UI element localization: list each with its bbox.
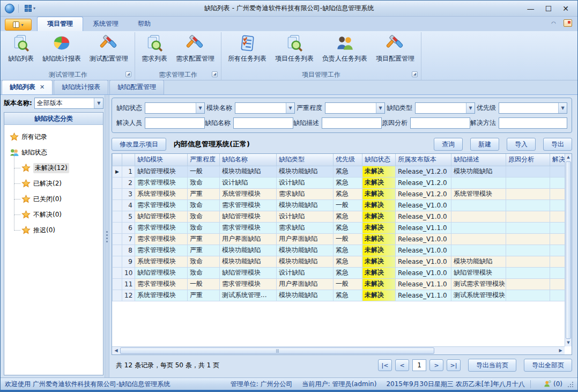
horizontal-scrollbar[interactable]: ◀ ▶: [112, 346, 565, 354]
vertical-scrollbar[interactable]: ▲ ▼: [565, 154, 572, 346]
scroll-down-icon[interactable]: ▼: [565, 339, 572, 346]
table-row[interactable]: 10 缺陷管理模块 致命 缺陷管理模块 设计缺陷 紧急 未解决 Release_…: [113, 267, 565, 278]
table-row[interactable]: 8 需求管理模块 严重 模块功能缺陷 模块功能缺陷 紧急 未解决 Release…: [113, 245, 565, 256]
export-current-page-button[interactable]: 导出当前页: [468, 359, 516, 372]
all-tasks-button[interactable]: 所有任务列表: [224, 32, 271, 64]
defect-status-select[interactable]: ▼: [145, 102, 205, 114]
tree-item-closed[interactable]: 已关闭(0): [21, 191, 101, 207]
column-header[interactable]: 严重程度: [188, 154, 220, 166]
scrollbar-thumb[interactable]: [566, 161, 571, 339]
maximize-button[interactable]: ☐: [545, 5, 552, 12]
table-row[interactable]: 4 需求管理模块 致命 需求管理模块 模块功能缺陷 一般 未解决 Release…: [113, 199, 565, 211]
defect-report-button[interactable]: 缺陷统计报表: [38, 32, 85, 64]
table-row[interactable]: 7 需求管理模块 严重 用户界面缺陷 用户界面缺陷 一般 未解决 Release…: [113, 233, 565, 245]
resize-grip[interactable]: [567, 381, 573, 387]
doc-tab-defect-config[interactable]: 缺陷配置管理: [109, 80, 164, 94]
severity-select[interactable]: ▼: [325, 102, 385, 114]
query-button[interactable]: 查询: [434, 138, 463, 151]
column-header[interactable]: 所属发布版本: [396, 154, 451, 166]
requirement-list-button[interactable]: 需求列表: [137, 32, 172, 64]
table-row[interactable]: 3 系统管理模块 严重 系统管理模块 需求缺陷 紧急 未解决 Release_V…: [113, 188, 565, 199]
scroll-right-icon[interactable]: ▶: [557, 347, 565, 354]
export-button[interactable]: 导出: [543, 138, 572, 151]
close-button[interactable]: ✕: [562, 5, 569, 12]
requirement-config-button[interactable]: 需求配置管理: [172, 32, 219, 64]
scroll-up-icon[interactable]: ▲: [565, 154, 572, 161]
column-header[interactable]: 解决方法: [550, 154, 565, 166]
cause-analysis-input[interactable]: [410, 117, 470, 129]
defect-list-button[interactable]: 缺陷列表: [4, 32, 38, 64]
tree-item-all-records[interactable]: 所有记录: [10, 129, 101, 145]
cell-solution: [550, 267, 565, 278]
last-page-button[interactable]: >|: [447, 359, 461, 371]
table-row[interactable]: 2 需求管理模块 致命 设计缺陷 设计缺陷 紧急 未解决 Release_V1.…: [113, 177, 565, 188]
column-header[interactable]: 优先级: [334, 154, 362, 166]
new-button[interactable]: 新建: [470, 138, 499, 151]
sidebar-splitter[interactable]: [105, 95, 109, 379]
defect-status-panel: 缺陷状态分类 所有记录 缺陷状态 未解决(12): [4, 112, 103, 375]
tree-item-wont-fix[interactable]: 不解决(0): [21, 207, 101, 223]
owner-tasks-button[interactable]: 负责人任务列表: [318, 32, 372, 64]
test-config-button[interactable]: 测试配置管理: [85, 32, 132, 64]
dialog-launcher-icon[interactable]: ◢: [212, 71, 218, 77]
column-header[interactable]: 缺陷名称: [220, 154, 277, 166]
tree-item-resolved[interactable]: 已解决(2): [21, 176, 101, 191]
project-tasks-button[interactable]: 项目任务列表: [271, 32, 318, 64]
table-row[interactable]: 9 系统管理模块 致命 模块功能缺陷 模块功能缺陷 紧急 未解决 Release…: [113, 256, 565, 267]
quick-access-toolbar-button[interactable]: ▾: [23, 4, 38, 13]
page-number-input[interactable]: [412, 359, 426, 371]
defect-type-select[interactable]: ▼: [415, 102, 475, 114]
table-row[interactable]: 5 缺陷管理模块 致命 缺陷管理模块 设计缺陷 紧急 未解决 Release_V…: [113, 211, 565, 222]
cell-name: 缺陷管理模块: [220, 211, 277, 222]
modify-columns-button[interactable]: 修改显示项目: [112, 138, 166, 151]
record-summary: 共 12 条记录，每页 50 条，共 1 页: [116, 361, 219, 370]
column-header[interactable]: 缺陷模块: [135, 154, 188, 166]
cell-release: Release_V1.2.0: [396, 177, 451, 188]
export-all-pages-button[interactable]: 导出全部页: [524, 359, 572, 372]
table-row[interactable]: ▶ 1 缺陷管理模块 一般 模块功能缺陷 模块功能缺陷 紧急 未解决 Relea…: [113, 166, 565, 177]
table-row[interactable]: 12 系统管理模块 严重 测试系统管理... 模块功能缺陷 紧急 未解决 Rel…: [113, 290, 565, 301]
tree-item-defect-status[interactable]: 缺陷状态: [10, 145, 101, 160]
ribbon-tab-help[interactable]: 帮助: [128, 17, 160, 31]
prev-page-button[interactable]: <: [395, 359, 409, 371]
row-number: 2: [122, 177, 135, 188]
doc-tab-defect-report[interactable]: 缺陷统计报表: [54, 80, 108, 94]
column-header[interactable]: 缺陷描述: [451, 154, 506, 166]
resolver-input[interactable]: [145, 117, 205, 129]
import-button[interactable]: 导入: [507, 138, 536, 151]
column-header[interactable]: 缺陷类型: [277, 154, 334, 166]
chevron-down-icon: ▼: [376, 103, 384, 113]
application-menu-button[interactable]: ▾: [5, 19, 32, 31]
cell-status: 未解决: [362, 290, 396, 301]
solution-input[interactable]: [499, 117, 567, 129]
tree-item-postponed[interactable]: 推迟(0): [21, 223, 101, 238]
online-count: (0): [553, 380, 562, 388]
scrollbar-thumb[interactable]: [120, 347, 434, 354]
defect-desc-input[interactable]: [322, 117, 382, 129]
doc-tab-defect-list[interactable]: 缺陷列表 ✕: [2, 80, 53, 94]
minimize-button[interactable]: —: [527, 5, 535, 12]
version-select[interactable]: 全部版本 ▼: [34, 98, 103, 109]
row-indicator: [113, 188, 122, 199]
dialog-launcher-icon[interactable]: ◢: [412, 71, 418, 77]
ribbon-tab-system[interactable]: 系统管理: [83, 17, 128, 31]
column-header[interactable]: 原因分析: [506, 154, 550, 166]
cell-solution: [550, 245, 565, 256]
table-row[interactable]: 11 需求管理模块 一般 需求管理模块 用户界面缺陷 一般 未解决 Releas…: [113, 278, 565, 290]
scroll-left-icon[interactable]: ◀: [112, 347, 120, 354]
project-config-button[interactable]: 项目配置管理: [372, 32, 419, 64]
next-page-button[interactable]: >: [429, 359, 443, 371]
tree-item-unresolved[interactable]: 未解决(12): [21, 160, 101, 176]
collapse-ribbon-icon[interactable]: ◠: [551, 20, 556, 26]
table-row[interactable]: 6 需求管理模块 致命 需求管理模块 需求缺陷 紧急 未解决 Release_V…: [113, 222, 565, 233]
ribbon-tab-project[interactable]: 项目管理: [37, 17, 83, 31]
close-tab-icon[interactable]: ✕: [40, 84, 45, 91]
cell-module: 缺陷管理模块: [135, 267, 188, 278]
module-name-select[interactable]: ▼: [235, 102, 295, 114]
priority-select[interactable]: ▼: [499, 102, 567, 114]
help-icon[interactable]: [564, 19, 572, 27]
column-header[interactable]: 缺陷状态: [362, 154, 396, 166]
dialog-launcher-icon[interactable]: ◢: [125, 71, 131, 77]
defect-name-input[interactable]: [233, 117, 293, 129]
first-page-button[interactable]: |<: [378, 359, 392, 371]
